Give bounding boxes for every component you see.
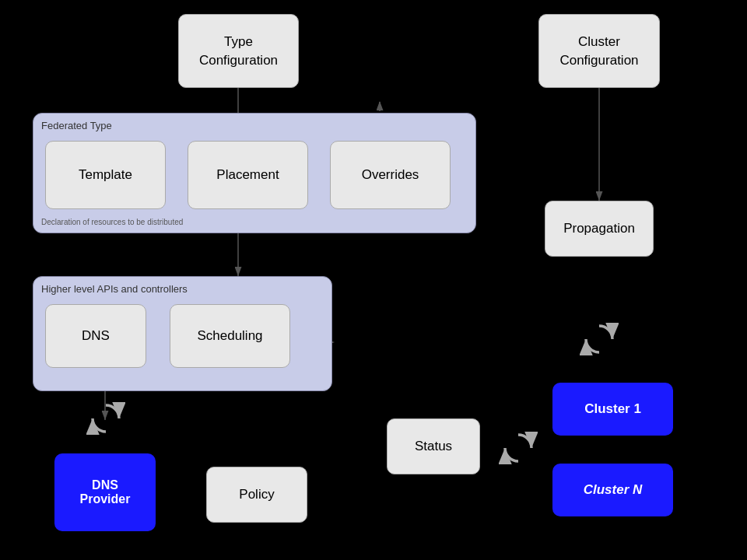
placement-label: Placement: [216, 167, 279, 183]
dns-provider-sync-icon: [84, 397, 128, 440]
template-label: Template: [79, 167, 132, 183]
federated-type-container: Federated Type Declaration of resources …: [33, 113, 476, 233]
dns-provider-box: DNS Provider: [54, 453, 156, 531]
status-box: Status: [387, 418, 480, 474]
placement-box: Placement: [188, 141, 308, 209]
scheduling-label: Scheduling: [197, 328, 262, 344]
cluster1-label: Cluster 1: [584, 401, 641, 417]
type-configuration-box: Type Configuration: [178, 14, 299, 88]
propagation-box: Propagation: [545, 201, 654, 257]
federated-type-decl: Declaration of resources to be distribut…: [41, 218, 183, 226]
type-configuration-label: Type Configuration: [199, 33, 278, 70]
clusterN-label: Cluster N: [584, 482, 643, 498]
policy-box: Policy: [206, 467, 307, 523]
clusterN-box: Cluster N: [552, 464, 673, 516]
status-cluster-sync-icon: [496, 426, 540, 470]
policy-label: Policy: [239, 487, 274, 502]
template-box: Template: [45, 141, 166, 209]
overrides-box: Overrides: [330, 141, 451, 209]
overrides-label: Overrides: [362, 167, 419, 183]
federated-type-label: Federated Type: [41, 120, 112, 131]
dns-box: DNS: [45, 304, 146, 368]
status-label: Status: [415, 439, 452, 454]
cluster-configuration-label: Cluster Configuration: [559, 33, 638, 70]
higher-level-label: Higher level APIs and controllers: [41, 283, 188, 295]
dns-provider-label: DNS Provider: [80, 478, 131, 506]
cluster1-box: Cluster 1: [552, 383, 673, 436]
dns-label: DNS: [82, 328, 110, 344]
higher-level-container: Higher level APIs and controllers DNS Sc…: [33, 276, 332, 391]
propagation-label: Propagation: [563, 221, 635, 236]
scheduling-box: Scheduling: [170, 304, 290, 368]
cluster-configuration-box: Cluster Configuration: [538, 14, 660, 88]
cluster-sync-icon: [577, 317, 621, 361]
